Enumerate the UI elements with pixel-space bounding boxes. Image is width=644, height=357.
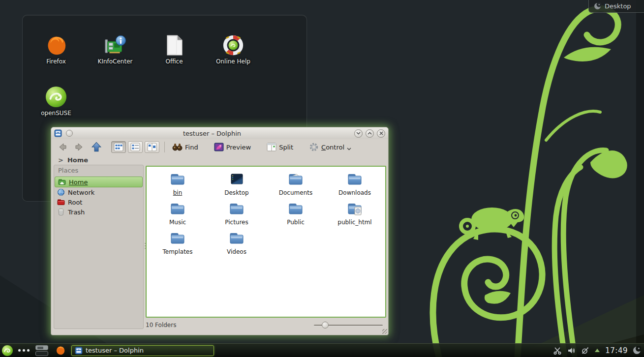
search-indexer-disabled-icon[interactable]: [581, 346, 589, 355]
opensuse-icon: [45, 86, 67, 108]
folder-icon: [229, 231, 245, 246]
file-name: Templates: [162, 248, 192, 255]
file-item-documents[interactable]: Documents: [267, 172, 324, 200]
up-button[interactable]: [89, 140, 104, 154]
file-item-desktop[interactable]: Desktop: [208, 172, 265, 200]
virtual-desktop-pager[interactable]: [35, 345, 49, 357]
desktop-icon-label: Online Help: [206, 58, 260, 65]
dolphin-app-icon: [54, 129, 62, 137]
slider-handle[interactable]: [322, 322, 329, 328]
desktop-icon-online-help[interactable]: Online Help: [206, 34, 260, 65]
pager-desktop-2[interactable]: [35, 351, 48, 356]
desktop-icon-firefox[interactable]: Firefox: [29, 34, 83, 65]
toolbar: Find Preview Split: [51, 139, 388, 155]
find-button[interactable]: Find: [170, 141, 201, 153]
task-label: testuser – Dolphin: [86, 347, 144, 354]
preview-image-icon: [214, 143, 224, 151]
window-title: testuser – Dolphin: [73, 130, 351, 137]
file-name: Public: [287, 219, 305, 226]
file-item-public-html[interactable]: public_html: [326, 201, 383, 230]
places-item-label: Home: [69, 178, 88, 186]
taskbar-task-dolphin[interactable]: testuser – Dolphin: [71, 345, 214, 356]
view-mode-details-button[interactable]: [128, 141, 143, 153]
file-item-bin[interactable]: bin: [149, 172, 206, 200]
dolphin-icon: [75, 347, 83, 355]
desktop-icon-kinfocenter[interactable]: KInfoCenter: [88, 34, 142, 65]
places-panel: Places Home Network Root: [54, 165, 144, 329]
panel-cashew-icon[interactable]: [633, 346, 641, 355]
places-item-network[interactable]: Network: [54, 187, 143, 197]
desktop-icon-label: Firefox: [29, 58, 83, 65]
file-name: Videos: [227, 248, 246, 255]
view-mode-icons-button[interactable]: [111, 141, 126, 153]
file-name: bin: [173, 189, 183, 196]
desktop-toolbox[interactable]: Desktop: [588, 0, 644, 13]
preview-button[interactable]: Preview: [212, 141, 254, 153]
file-item-downloads[interactable]: Downloads: [326, 172, 383, 200]
file-item-music[interactable]: Music: [149, 201, 206, 230]
places-item-trash[interactable]: Trash: [54, 207, 143, 217]
minimize-button[interactable]: [354, 129, 363, 138]
file-name: Music: [169, 219, 186, 226]
back-arrow-icon: [58, 142, 67, 152]
forward-arrow-icon: [74, 142, 84, 152]
trash-icon: [57, 208, 65, 216]
forward-button[interactable]: [72, 141, 87, 153]
file-item-public[interactable]: Public: [267, 201, 324, 230]
desktop-icon-office[interactable]: Office: [147, 34, 201, 65]
status-text: 10 Folders: [146, 322, 176, 328]
breadcrumb[interactable]: > Home: [51, 155, 388, 165]
desktop-icon-opensuse[interactable]: openSUSE: [29, 86, 83, 117]
file-name: public_html: [337, 219, 371, 226]
zoom-slider[interactable]: [314, 321, 383, 329]
office-icon: [163, 34, 185, 57]
chevron-up-icon: [368, 132, 372, 135]
split-view-icon: [267, 143, 276, 151]
title-bar[interactable]: testuser – Dolphin: [51, 127, 388, 139]
places-item-root[interactable]: Root: [54, 197, 143, 207]
dolphin-window: testuser – Dolphin: [51, 127, 389, 335]
preview-label: Preview: [226, 144, 251, 151]
clock[interactable]: 17:49: [605, 346, 628, 355]
split-button[interactable]: Split: [264, 141, 296, 153]
maximize-button[interactable]: [366, 129, 374, 138]
panel-menu-dots-icon[interactable]: [18, 349, 30, 352]
breadcrumb-separator: >: [58, 156, 63, 164]
places-item-label: Root: [68, 199, 82, 206]
control-label: Control: [321, 144, 344, 151]
cashew-icon: [594, 2, 601, 10]
klipper-scissors-icon[interactable]: [553, 346, 562, 355]
file-item-videos[interactable]: Videos: [208, 231, 265, 259]
view-mode-columns-button[interactable]: [145, 141, 159, 153]
file-item-templates[interactable]: Templates: [149, 231, 206, 259]
back-button[interactable]: [55, 141, 70, 153]
file-name: Desktop: [224, 189, 249, 196]
file-item-pictures[interactable]: Pictures: [208, 201, 265, 230]
chevron-down-icon: [347, 148, 351, 150]
folder-icon: [170, 172, 185, 187]
gear-icon: [309, 142, 319, 152]
desktop-icon-label: Office: [147, 58, 201, 65]
firefox-launcher-icon[interactable]: [55, 345, 65, 356]
close-button[interactable]: [377, 129, 385, 138]
kinfocenter-icon: [104, 34, 126, 57]
control-button[interactable]: Control: [307, 141, 354, 153]
breadcrumb-location[interactable]: Home: [67, 156, 88, 164]
desktop-folder-icon: [229, 172, 245, 187]
file-name: Pictures: [225, 219, 248, 226]
up-arrow-icon: [91, 142, 102, 152]
html-folder-icon: [347, 201, 363, 217]
pin-button[interactable]: [66, 130, 73, 137]
folder-view[interactable]: bin Desktop Documents Downloads: [146, 166, 386, 318]
screen-edge-shade: [636, 0, 644, 357]
volume-icon[interactable]: [567, 346, 576, 355]
desktop-icon-label: openSUSE: [29, 110, 83, 117]
places-item-home[interactable]: Home: [55, 177, 143, 187]
binoculars-icon: [172, 143, 183, 151]
resize-grip[interactable]: [382, 329, 387, 334]
pager-desktop-1[interactable]: [35, 345, 48, 350]
find-label: Find: [185, 144, 198, 151]
tray-expand-arrow-icon[interactable]: [594, 348, 600, 353]
application-launcher-icon[interactable]: [1, 345, 13, 357]
chevron-down-icon: [356, 132, 361, 135]
